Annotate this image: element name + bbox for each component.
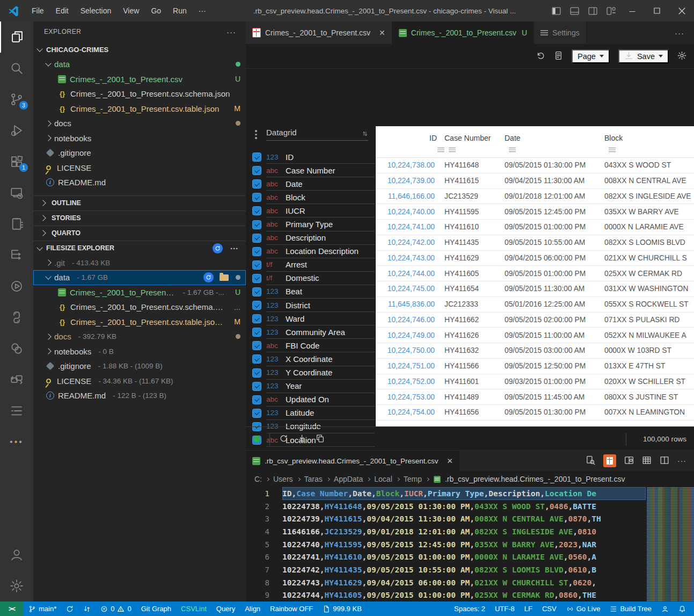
preview-search-icon[interactable]: [586, 455, 595, 467]
status-sync[interactable]: [61, 601, 78, 616]
column-menu-icon[interactable]: [509, 148, 516, 153]
column-item[interactable]: abcCase Number: [252, 164, 375, 177]
column-item[interactable]: abcIUCR: [252, 204, 375, 218]
toggle-secondary-sidebar-icon[interactable]: [583, 0, 602, 21]
status-notifications[interactable]: [674, 601, 691, 616]
status-remote[interactable]: ><: [0, 601, 24, 616]
table-row[interactable]: 10,224,744.00HY41160509/05/2015 01:00:00…: [376, 266, 694, 281]
status-go-live[interactable]: Go Live: [561, 601, 605, 616]
report-icon[interactable]: [0, 208, 33, 240]
column-item[interactable]: 123Ward: [252, 312, 375, 325]
remote-explorer-icon[interactable]: [0, 177, 33, 208]
close-icon[interactable]: ✕: [379, 28, 385, 37]
table-row[interactable]: 10,224,750.00HY41163209/05/2015 03:00:00…: [376, 343, 694, 359]
panel-tab[interactable]: .rb_csv_preview.head.Crimes_-_2001_to_Pr…: [246, 451, 459, 471]
table-row[interactable]: 11,646,166.00JC21352909/01/2018 12:01:00…: [376, 189, 694, 205]
checkbox-checked-icon[interactable]: [252, 395, 261, 404]
toggle-panel-icon[interactable]: [565, 0, 583, 21]
table-row[interactable]: 10,224,749.00HY41162609/05/2015 11:00:00…: [376, 328, 694, 343]
status-feedback[interactable]: [656, 601, 674, 616]
datagrid-selector[interactable]: Datagrid: [266, 125, 368, 141]
table-row[interactable]: 10,224,745.00HY41165409/05/2015 11:30:00…: [376, 281, 694, 297]
column-item[interactable]: 123Latitude: [252, 407, 375, 420]
breadcrumb-item[interactable]: Users: [273, 475, 293, 483]
status-eol[interactable]: LF: [520, 601, 537, 616]
save-button[interactable]: Save: [618, 49, 669, 63]
status-build-tree[interactable]: Build Tree: [605, 601, 656, 616]
menu-selection[interactable]: Selection: [75, 6, 118, 15]
close-icon[interactable]: ✕: [447, 456, 452, 465]
checkbox-checked-icon[interactable]: [252, 341, 261, 350]
tree-item[interactable]: docs: [33, 116, 246, 131]
column-header-case-number[interactable]: Case Number: [440, 134, 500, 143]
tab-csv-preview[interactable]: Crimes_-_2001_to_Present.csv ✕: [246, 21, 392, 44]
more-views-icon[interactable]: •••: [0, 426, 33, 458]
menu-file[interactable]: File: [26, 6, 50, 15]
tree-item[interactable]: LICENSE- 34.36 KB - (11.67 KB): [33, 374, 246, 389]
breadcrumb-item[interactable]: AppData: [334, 475, 363, 483]
gear-icon[interactable]: [677, 51, 686, 62]
table-row[interactable]: 10,224,746.00HY41166209/05/2015 02:00:00…: [376, 313, 694, 328]
checkbox-checked-icon[interactable]: [252, 166, 261, 175]
table-icon[interactable]: [642, 455, 652, 467]
table-row[interactable]: 10,224,751.00HY41156609/05/2015 12:50:00…: [376, 359, 694, 374]
table-row[interactable]: 10,224,754.00HY41165609/05/2015 01:30:00…: [376, 405, 694, 421]
section-outline[interactable]: OUTLINE: [33, 195, 246, 211]
tree-item[interactable]: {}Crimes_-_2001_to_Present.csv.table.jso…: [33, 315, 246, 330]
column-menu-icon[interactable]: [437, 148, 444, 153]
refresh-icon[interactable]: [213, 243, 223, 253]
tree-item[interactable]: iREADME.md: [33, 175, 246, 190]
tree-item[interactable]: {}Crimes_-_2001_to_Present.csv.table.jso…: [33, 102, 246, 117]
checkbox-checked-icon[interactable]: [252, 382, 261, 391]
checkbox-checked-icon[interactable]: [252, 247, 261, 256]
column-header-date[interactable]: Date: [500, 134, 600, 143]
column-item[interactable]: 123District: [252, 299, 375, 312]
status-git-branch[interactable]: main*: [24, 601, 61, 616]
breadcrumb-item[interactable]: Taras: [304, 475, 323, 483]
menu-[interactable]: ···: [193, 6, 212, 15]
column-menu-icon[interactable]: [449, 148, 456, 153]
python-icon[interactable]: [0, 302, 33, 333]
source-control-icon[interactable]: 3: [0, 84, 33, 115]
status-file-size[interactable]: 999.9 KB: [318, 601, 367, 616]
run-debug-icon[interactable]: [0, 115, 33, 146]
sync-editors-icon[interactable]: [0, 364, 33, 395]
tree-item[interactable]: .gitignore: [33, 146, 246, 161]
drag-handle-icon[interactable]: [255, 130, 257, 141]
tree-item[interactable]: {}Crimes_-_2001_to_Present.csv.schema.js…: [33, 86, 246, 102]
explorer-icon[interactable]: [0, 21, 33, 53]
column-item[interactable]: abcDescription: [252, 231, 375, 245]
tree-item[interactable]: LICENSE: [33, 161, 246, 176]
document-icon[interactable]: [554, 51, 563, 62]
breadcrumb-item[interactable]: C:: [254, 475, 262, 483]
table-row[interactable]: 10,224,739.00HY41161509/04/2015 11:30:00…: [376, 173, 694, 189]
customize-layout-icon[interactable]: [602, 0, 620, 21]
search-icon[interactable]: [0, 53, 33, 84]
checkbox-checked-icon[interactable]: [252, 234, 261, 243]
knot-icon[interactable]: [0, 333, 33, 364]
table-row[interactable]: 10,224,740.00HY41159509/05/2015 12:45:00…: [376, 204, 694, 220]
panel-more-icon[interactable]: ···: [677, 456, 686, 465]
csv-preview-active-icon[interactable]: [603, 454, 616, 467]
column-header-block[interactable]: Block: [600, 134, 694, 143]
checkbox-checked-icon[interactable]: [252, 354, 261, 364]
section-project-root[interactable]: CHICAGO-CRIMES: [33, 42, 246, 57]
tab-settings[interactable]: Settings: [534, 21, 587, 44]
explorer-more-icon[interactable]: ···: [227, 27, 236, 37]
tree-item[interactable]: .git- 413.43 KB: [33, 256, 246, 271]
column-item[interactable]: abcDate: [252, 177, 375, 191]
copy-icon[interactable]: [316, 434, 325, 445]
column-menu-icon[interactable]: [609, 148, 616, 153]
minimap[interactable]: [647, 487, 694, 601]
table-row[interactable]: 11,645,836.00JC21233305/01/2016 12:25:00…: [376, 297, 694, 313]
checkbox-checked-icon[interactable]: [252, 314, 261, 323]
status-encoding[interactable]: UTF-8: [490, 601, 520, 616]
toggle-sidebar-icon[interactable]: [547, 0, 565, 21]
checkbox-checked-icon[interactable]: [252, 274, 261, 283]
status-problems[interactable]: 00: [96, 601, 136, 616]
section-filesize-explorer[interactable]: FILESIZE EXPLORER ···: [33, 241, 246, 256]
tree-item[interactable]: {}Crimes_-_2001_to_Present.csv.schema.js…: [33, 300, 246, 315]
status-spaces[interactable]: Spaces: 2: [449, 601, 490, 616]
page-dropdown[interactable]: Page: [572, 49, 610, 63]
menu-view[interactable]: View: [117, 6, 145, 15]
